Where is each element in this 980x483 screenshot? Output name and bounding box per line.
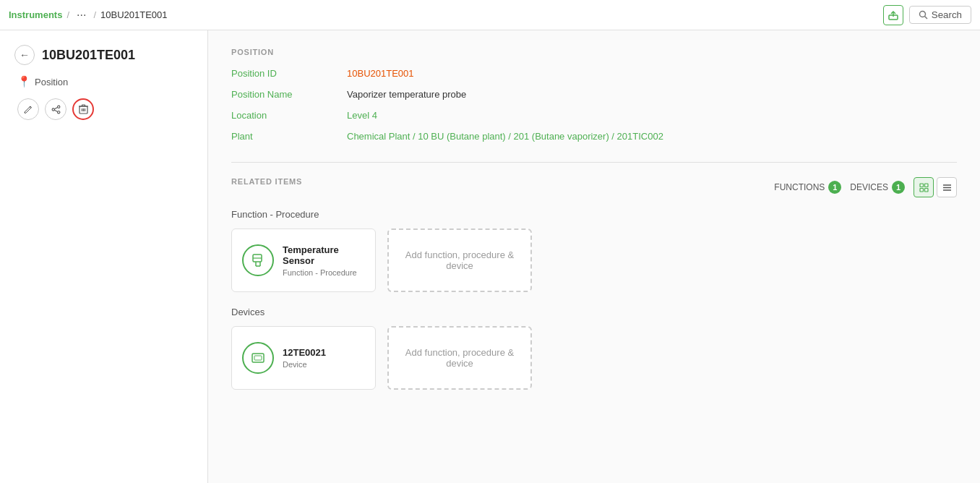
svg-line-9 — [54, 107, 57, 108]
back-icon: ← — [20, 49, 30, 61]
devices-badge: DEVICES 1 — [850, 181, 905, 194]
position-section-label: POSITION — [231, 48, 957, 56]
device-card-subtitle: Device — [283, 360, 326, 369]
related-items-section: RELATED ITEMS FUNCTIONS 1 DEVICES 1 — [231, 177, 957, 390]
device-card-info: 12TE0021 Device — [283, 347, 326, 369]
svg-point-7 — [57, 111, 59, 113]
pin-icon: 📍 — [17, 75, 31, 88]
svg-rect-29 — [254, 356, 262, 360]
back-button[interactable]: ← — [14, 45, 35, 65]
functions-label: FUNCTIONS — [774, 182, 825, 192]
related-items-label: RELATED ITEMS — [231, 177, 302, 186]
functions-count: 1 — [828, 181, 841, 194]
position-section: POSITION Position ID 10BU201TE001 Positi… — [231, 48, 957, 142]
share-icon — [51, 105, 61, 114]
breadcrumb-sep1: / — [66, 9, 69, 20]
list-view-button[interactable] — [937, 177, 957, 197]
field-label-position-name: Position Name — [231, 89, 347, 100]
breadcrumb-sep2: / — [93, 9, 96, 20]
field-label-position-id: Position ID — [231, 68, 347, 79]
svg-line-3 — [924, 17, 927, 20]
content-area: POSITION Position ID 10BU201TE001 Positi… — [208, 30, 980, 483]
grid-icon — [919, 183, 929, 192]
svg-point-8 — [52, 108, 54, 110]
brand-label: Instruments — [9, 9, 62, 20]
devices-section-label: Devices — [231, 307, 957, 317]
view-toggle — [914, 177, 957, 197]
sidebar-title: 10BU201TE001 — [42, 48, 135, 63]
svg-rect-28 — [252, 354, 264, 362]
position-info-grid: Position ID 10BU201TE001 Position Name V… — [231, 68, 957, 142]
device-cards-row: 12TE0021 Device Add function, procedure … — [231, 326, 957, 390]
position-badge: 📍 Position — [14, 75, 193, 88]
breadcrumb-dots[interactable]: ··· — [74, 7, 89, 23]
field-value-plant: Chemical Plant / 10 BU (Butane plant) / … — [347, 131, 957, 142]
temperature-sensor-card-title: Temperature Sensor — [283, 244, 365, 266]
temperature-sensor-card-info: Temperature Sensor Function - Procedure — [283, 244, 365, 277]
edit-icon — [24, 105, 33, 114]
main-layout: ← 10BU201TE001 📍 Position — [0, 30, 980, 483]
functions-badge: FUNCTIONS 1 — [774, 181, 841, 194]
related-items-header: RELATED ITEMS FUNCTIONS 1 DEVICES 1 — [231, 177, 957, 197]
add-function-card[interactable]: Add function, procedure & device — [387, 228, 532, 292]
breadcrumb: Instruments / ··· / 10BU201TE001 — [9, 7, 168, 23]
svg-rect-18 — [920, 188, 924, 192]
delete-button[interactable] — [72, 98, 94, 120]
temperature-sensor-icon-circle — [242, 244, 274, 276]
device-card-title: 12TE0021 — [283, 347, 326, 358]
action-buttons — [14, 98, 193, 120]
temperature-sensor-card-subtitle: Function - Procedure — [283, 268, 365, 277]
function-section-label: Function - Procedure — [231, 209, 957, 220]
section-divider — [231, 162, 957, 163]
breadcrumb-current: 10BU201TE001 — [100, 9, 168, 20]
export-icon — [888, 10, 898, 20]
search-label: Search — [932, 9, 962, 20]
device-icon-circle — [242, 342, 274, 374]
edit-button[interactable] — [17, 98, 39, 120]
field-value-position-name: Vaporizer temperature probe — [347, 89, 957, 100]
svg-line-10 — [54, 110, 57, 111]
list-icon — [942, 183, 952, 192]
related-badges: FUNCTIONS 1 DEVICES 1 — [774, 177, 957, 197]
device-card[interactable]: 12TE0021 Device — [231, 326, 376, 390]
devices-count: 1 — [892, 181, 905, 194]
device-card-icon — [251, 351, 265, 365]
topbar-actions: Search — [883, 5, 971, 25]
topbar: Instruments / ··· / 10BU201TE001 Search — [0, 0, 980, 30]
sidebar: ← 10BU201TE001 📍 Position — [0, 30, 208, 483]
field-value-location: Level 4 — [347, 110, 957, 121]
search-icon — [919, 10, 928, 20]
share-button[interactable] — [45, 98, 66, 120]
add-function-label: Add function, procedure & device — [396, 249, 523, 271]
delete-icon — [79, 104, 88, 114]
grid-view-button[interactable] — [914, 177, 934, 197]
svg-line-5 — [25, 112, 25, 114]
svg-rect-17 — [924, 184, 928, 187]
position-label: Position — [35, 77, 68, 87]
svg-rect-16 — [920, 184, 924, 187]
temperature-sensor-card[interactable]: Temperature Sensor Function - Procedure — [231, 228, 376, 292]
export-button[interactable] — [883, 5, 903, 25]
devices-label: DEVICES — [850, 182, 888, 192]
sidebar-header: ← 10BU201TE001 — [14, 45, 193, 65]
field-label-plant: Plant — [231, 131, 347, 142]
add-device-card[interactable]: Add function, procedure & device — [387, 326, 532, 390]
field-label-location: Location — [231, 110, 347, 121]
function-cards-row: Temperature Sensor Function - Procedure … — [231, 228, 957, 292]
function-card-icon — [251, 253, 265, 268]
field-value-position-id: 10BU201TE001 — [347, 68, 957, 79]
svg-rect-19 — [924, 188, 928, 192]
svg-point-2 — [919, 12, 925, 17]
svg-point-6 — [57, 106, 59, 108]
add-device-label: Add function, procedure & device — [396, 347, 523, 369]
search-button[interactable]: Search — [909, 6, 971, 24]
